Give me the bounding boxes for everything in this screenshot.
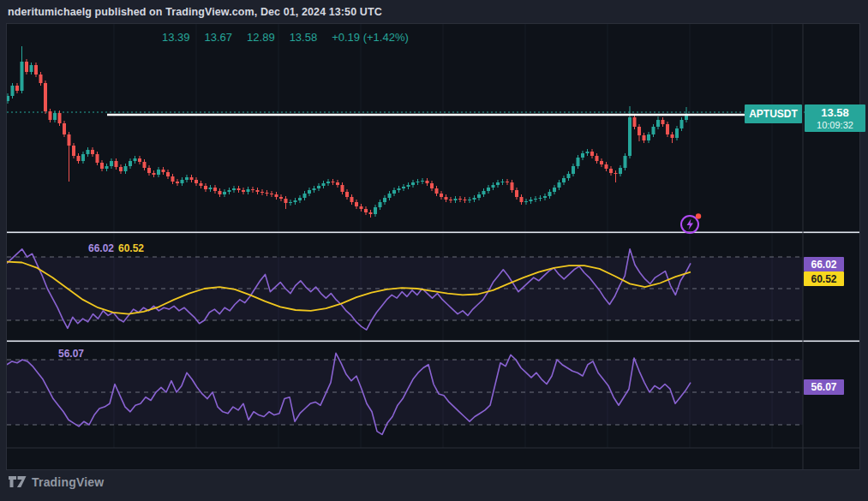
rsi-ma-axis-badge: 60.52 (804, 271, 844, 286)
published-header: nderitumichaelg published on TradingView… (8, 6, 382, 18)
ohlc-legend: 13.39 13.67 12.89 13.58 +0.19 (+1.42%) (162, 31, 423, 44)
legend-close: 13.58 (290, 31, 318, 44)
rsi2-axis-badge: 56.07 (804, 379, 844, 395)
legend-high: 13.67 (205, 31, 233, 44)
last-price: 13.58 (821, 106, 849, 120)
rsi2-value-label: 56.07 (58, 348, 84, 360)
legend-open: 13.39 (162, 31, 190, 44)
symbol-label: APTUSDT (745, 104, 802, 123)
tradingview-logo[interactable]: TradingView (9, 475, 104, 489)
lightning-icon[interactable] (679, 212, 703, 236)
bar-countdown: 10:09:32 (817, 120, 853, 131)
last-price-badge: 13.58 10:09:32 (805, 104, 865, 132)
legend-low: 12.89 (247, 31, 275, 44)
rsi-value-label: 66.02 (88, 242, 114, 254)
tradingview-published-chart: nderitumichaelg published on TradingView… (0, 0, 868, 501)
legend-change: +0.19 (+1.42%) (332, 31, 409, 44)
rsi-axis-badge: 66.02 (804, 257, 844, 271)
tradingview-logo-text: TradingView (32, 475, 104, 489)
tradingview-logo-icon (9, 475, 27, 489)
rsi-ma-value-label: 60.52 (118, 242, 144, 254)
